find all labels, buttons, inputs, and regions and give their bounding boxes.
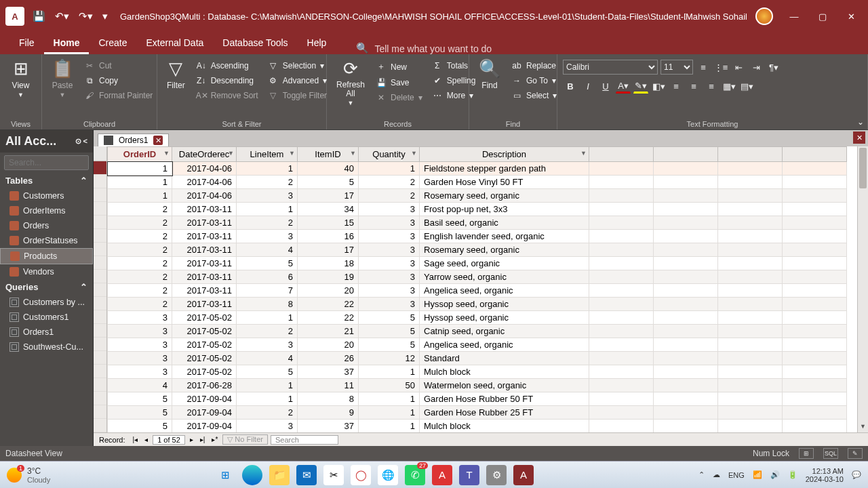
cell[interactable]: 3	[237, 230, 298, 243]
cell[interactable]: 8	[298, 392, 359, 406]
cut-button[interactable]: ✂Cut	[81, 60, 155, 72]
cell[interactable]: Hyssop seed, organic	[420, 298, 589, 311]
explorer-icon[interactable]: 📁	[269, 465, 290, 485]
cell[interactable]: 15	[298, 216, 359, 230]
cell[interactable]: 5	[359, 325, 420, 338]
record-search-input[interactable]: Search	[271, 435, 338, 445]
cell-blank[interactable]	[783, 270, 847, 284]
cell-blank[interactable]	[718, 311, 783, 325]
query-orders1[interactable]: Orders1	[0, 325, 93, 340]
table-row[interactable]: 12017-04-061401Fieldstone stepper garden…	[108, 162, 847, 176]
cell[interactable]: 3	[359, 216, 420, 230]
sql-view-button[interactable]: SQL	[823, 448, 838, 459]
table-row[interactable]: 52017-09-04181Garden Hose Rubber 50 FT	[108, 392, 847, 406]
cell[interactable]: Yarrow seed, organic	[420, 270, 589, 284]
cell-blank[interactable]	[654, 270, 718, 284]
cell-blank[interactable]	[654, 420, 718, 433]
cell-blank[interactable]	[654, 284, 718, 298]
refresh-all-button[interactable]: ⟳Refresh All▼	[332, 57, 369, 108]
cell[interactable]: 2017-05-02	[172, 311, 237, 325]
cell-blank[interactable]	[718, 216, 783, 230]
cell-blank[interactable]	[589, 379, 654, 392]
cell[interactable]: 11	[298, 379, 359, 392]
cell-blank[interactable]	[589, 243, 654, 257]
copy-button[interactable]: ⧉Copy	[81, 75, 155, 87]
row-selector[interactable]	[94, 216, 106, 229]
ascending-button[interactable]: A↓Ascending	[193, 60, 261, 72]
cell[interactable]: 4	[108, 379, 172, 392]
cell[interactable]: 37	[298, 365, 359, 379]
last-record-button[interactable]: ▸|	[198, 436, 208, 443]
row-selector-column[interactable]	[94, 146, 107, 432]
align-center-icon[interactable]: ≡	[686, 79, 701, 94]
cell[interactable]: 5	[237, 257, 298, 270]
remove-sort-button[interactable]: A✕Remove Sort	[193, 89, 261, 102]
cell[interactable]: 1	[108, 176, 172, 189]
system-tray[interactable]: ⌃ ☁ ENG 📶 🔊 🔋 12:13 AM 2024-03-10 💬	[698, 467, 861, 483]
cell[interactable]: 1	[359, 406, 420, 420]
cell-blank[interactable]	[718, 230, 783, 243]
cell[interactable]: 5	[108, 406, 172, 420]
table-row[interactable]: 22017-03-114173Rosemary seed, organic	[108, 243, 847, 257]
design-view-button[interactable]: ✎	[848, 448, 863, 459]
cell-blank[interactable]	[589, 352, 654, 365]
select-all-button[interactable]	[94, 146, 106, 161]
cell[interactable]: 19	[298, 270, 359, 284]
cell-blank[interactable]	[718, 298, 783, 311]
cell[interactable]: 2017-09-04	[172, 420, 237, 433]
cell[interactable]: 1	[108, 162, 172, 176]
cell[interactable]: Standard	[420, 352, 589, 365]
cell[interactable]: Frost pop-up net, 3x3	[420, 203, 589, 216]
cell-blank[interactable]	[718, 203, 783, 216]
next-record-button[interactable]: ▸	[188, 436, 195, 443]
weather-widget[interactable]: 1 3°C Cloudy	[7, 466, 50, 484]
cell[interactable]: 2017-05-02	[172, 325, 237, 338]
cell-blank[interactable]	[654, 176, 718, 189]
row-selector[interactable]	[94, 297, 106, 310]
column-dropdown-icon[interactable]: ▼	[350, 150, 356, 157]
cell-blank[interactable]	[783, 352, 847, 365]
cell[interactable]: 9	[298, 406, 359, 420]
cell-blank[interactable]	[783, 230, 847, 243]
cell[interactable]: 2017-03-11	[172, 203, 237, 216]
cell[interactable]: 5	[359, 338, 420, 352]
cell[interactable]: Catnip seed, organic	[420, 325, 589, 338]
minimize-button[interactable]: ―	[783, 6, 806, 26]
cell[interactable]: 1	[237, 203, 298, 216]
cell[interactable]: 3	[359, 298, 420, 311]
cell-blank[interactable]	[718, 257, 783, 270]
cell-blank[interactable]	[783, 203, 847, 216]
table-row[interactable]: 32017-05-022215Catnip seed, organic	[108, 325, 847, 338]
cell[interactable]: 2	[237, 406, 298, 420]
cell-blank[interactable]	[718, 352, 783, 365]
indent-inc-icon[interactable]: ⇥	[749, 60, 764, 75]
wifi-icon[interactable]: 📶	[753, 470, 762, 479]
cell[interactable]: English lavender seed, organic	[420, 230, 589, 243]
cell[interactable]: 3	[108, 325, 172, 338]
cell[interactable]: 2017-04-06	[172, 189, 237, 203]
column-itemid[interactable]: ItemID▼	[298, 147, 359, 162]
battery-icon[interactable]: 🔋	[788, 470, 797, 479]
cell[interactable]: 2017-03-11	[172, 284, 237, 298]
row-selector[interactable]	[94, 392, 106, 405]
table-row[interactable]: 22017-03-112153Basil seed, organic	[108, 216, 847, 230]
table-row[interactable]: 52017-09-043371Mulch block	[108, 420, 847, 433]
cell-blank[interactable]	[718, 365, 783, 379]
row-selector[interactable]	[94, 175, 106, 188]
cell-blank[interactable]	[654, 338, 718, 352]
column-orderid[interactable]: OrderID▼	[108, 147, 172, 162]
cell-blank[interactable]	[783, 392, 847, 406]
cell[interactable]: 2017-05-02	[172, 338, 237, 352]
italic-button[interactable]: I	[580, 79, 595, 94]
row-selector[interactable]	[94, 256, 106, 270]
cell-blank[interactable]	[589, 311, 654, 325]
cell[interactable]: 5	[298, 176, 359, 189]
user-name[interactable]: Mahwish Sohail	[686, 12, 747, 22]
cell[interactable]: 1	[108, 189, 172, 203]
cell-blank[interactable]	[718, 270, 783, 284]
cell[interactable]: Angelica seed, organic	[420, 338, 589, 352]
app-red-icon[interactable]: ◯	[351, 465, 371, 485]
cell-blank[interactable]	[654, 352, 718, 365]
cell-blank[interactable]	[589, 338, 654, 352]
cell[interactable]: 1	[359, 392, 420, 406]
